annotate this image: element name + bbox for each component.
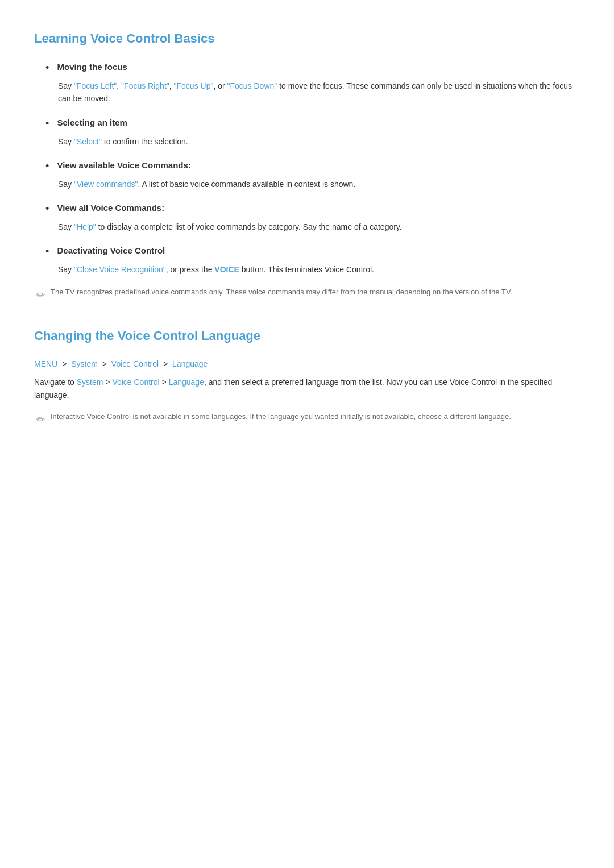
link-language: Language (169, 377, 204, 387)
item-body-view-all: Say "Help" to display a complete list of… (58, 221, 580, 233)
list-item-moving-focus: Moving the focus Say "Focus Left", "Focu… (40, 60, 580, 105)
section2-title: Changing the Voice Control Language (34, 326, 580, 346)
link-close-voice: "Close Voice Recognition" (74, 265, 166, 274)
list-item-deactivating: Deactivating Voice Control Say "Close Vo… (40, 243, 580, 276)
link-select: "Select" (74, 137, 102, 146)
breadcrumb-language: Language (172, 359, 208, 368)
item-body-moving-focus: Say "Focus Left", "Focus Right", "Focus … (58, 80, 580, 105)
link-view-commands: "View commands" (74, 180, 138, 189)
breadcrumb-system: System (71, 359, 98, 368)
section1-title: Learning Voice Control Basics (34, 28, 580, 48)
item-title-view-available: View available Voice Commands: (57, 160, 190, 170)
item-title-selecting: Selecting an item (57, 118, 127, 127)
section2-note-text: Interactive Voice Control is not availab… (51, 411, 511, 422)
item-title-moving-focus: Moving the focus (57, 63, 127, 72)
section2-note: ✏ Interactive Voice Control is not avail… (34, 411, 580, 428)
item-body-view-available: Say "View commands". A list of basic voi… (58, 178, 580, 190)
item-body-deactivating: Say "Close Voice Recognition", or press … (58, 263, 580, 276)
section1-note: ✏ The TV recognizes predefined voice com… (34, 286, 580, 304)
breadcrumb: MENU > System > Voice Control > Language (34, 358, 580, 370)
body-sep-2: > (162, 377, 169, 387)
link-focus-right: "Focus Right" (121, 81, 169, 90)
list-item-view-all: View all Voice Commands: Say "Help" to d… (40, 201, 580, 233)
pencil-icon-1: ✏ (36, 287, 45, 304)
section1-list: Moving the focus Say "Focus Left", "Focu… (34, 60, 580, 276)
breadcrumb-voice-control: Voice Control (111, 359, 159, 368)
link-voice-control: Voice Control (112, 377, 159, 387)
link-system: System (77, 377, 103, 387)
body-sep-1: > (105, 377, 112, 387)
link-focus-up: "Focus Up" (174, 81, 214, 90)
keyword-voice: VOICE (214, 265, 239, 274)
item-title-view-all: View all Voice Commands: (57, 203, 164, 213)
breadcrumb-sep-1: > (62, 359, 69, 368)
link-help: "Help" (74, 222, 96, 231)
link-focus-down: "Focus Down" (227, 81, 277, 90)
breadcrumb-menu: MENU (34, 359, 57, 368)
section1-note-text: The TV recognizes predefined voice comma… (51, 286, 512, 298)
breadcrumb-sep-2: > (102, 359, 109, 368)
section2-body: Navigate to System > Voice Control > Lan… (34, 376, 580, 402)
list-item-view-available: View available Voice Commands: Say "View… (40, 158, 580, 190)
pencil-icon-2: ✏ (36, 412, 45, 428)
section2-divider: Changing the Voice Control Language MENU… (34, 326, 580, 428)
item-body-selecting: Say "Select" to confirm the selection. (58, 135, 580, 148)
list-item-selecting: Selecting an item Say "Select" to confir… (40, 115, 580, 148)
link-focus-left: "Focus Left" (74, 81, 117, 90)
item-title-deactivating: Deactivating Voice Control (57, 246, 165, 256)
breadcrumb-sep-3: > (163, 359, 170, 368)
